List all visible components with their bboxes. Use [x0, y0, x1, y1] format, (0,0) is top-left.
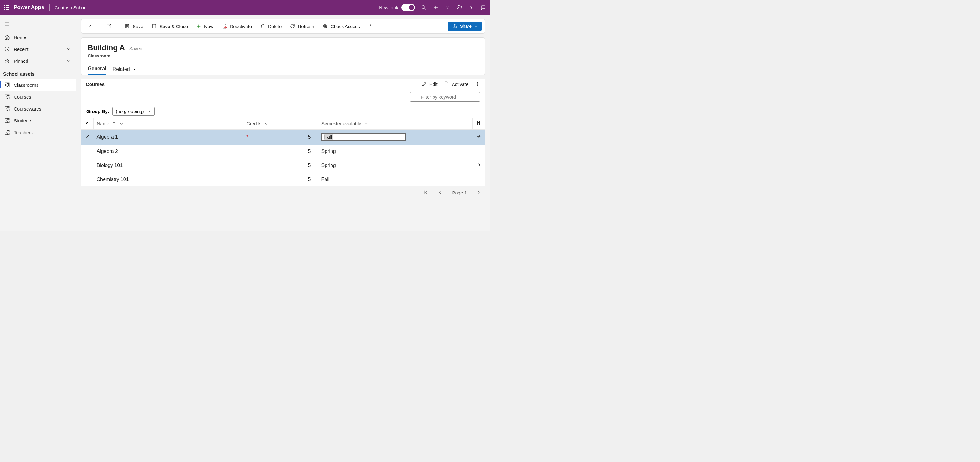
column-name-header[interactable]: Name — [94, 118, 243, 129]
cell-credits[interactable]: 5 — [243, 173, 318, 186]
nav-item-courses[interactable]: Courses — [0, 91, 76, 103]
column-semester-header[interactable]: Semester available — [318, 118, 412, 129]
select-all-header[interactable] — [81, 118, 94, 129]
column-semester-label: Semester available — [321, 121, 361, 126]
nav-recent[interactable]: Recent — [0, 43, 76, 55]
subgrid-activate-button[interactable]: Activate — [444, 81, 468, 87]
more-vertical-icon — [475, 81, 480, 87]
nav-item-label: Students — [14, 118, 32, 123]
cell-semester[interactable]: Spring — [318, 145, 412, 158]
chevron-down-icon — [66, 58, 72, 64]
table-row[interactable]: Algebra 25Spring — [81, 145, 485, 158]
new-button[interactable]: New — [193, 22, 216, 31]
checkmark-icon — [84, 120, 90, 126]
record-entity-name: Classroom — [88, 53, 479, 58]
row-open-button[interactable] — [472, 158, 485, 173]
cell-spacer — [412, 173, 473, 186]
share-button[interactable]: Share — [448, 22, 482, 31]
page-prev-button[interactable] — [438, 190, 443, 196]
nav-pinned[interactable]: Pinned — [0, 55, 76, 67]
activate-icon — [444, 81, 449, 87]
nav-group-title: School assets — [0, 67, 76, 79]
nav-item-students[interactable]: Students — [0, 115, 76, 126]
table-row[interactable]: Biology 1015Spring — [81, 158, 485, 173]
cell-semester[interactable]: Fall — [318, 129, 412, 145]
settings-icon[interactable] — [456, 4, 463, 11]
cell-name[interactable]: Algebra 2 — [94, 145, 243, 158]
cell-semester[interactable]: Fall — [318, 173, 412, 186]
nav-home[interactable]: Home — [0, 31, 76, 43]
courses-grid: Name Credits — [81, 118, 485, 186]
page-next-button[interactable] — [476, 190, 481, 196]
save-close-button[interactable]: Save & Close — [148, 22, 191, 31]
sort-asc-icon — [111, 121, 117, 126]
open-new-window-button[interactable] — [103, 22, 115, 31]
row-select-cell[interactable] — [81, 158, 94, 173]
row-select-cell[interactable] — [81, 145, 94, 158]
arrow-left-icon — [88, 24, 93, 29]
cell-credits[interactable]: 5 — [243, 145, 318, 158]
sidebar-collapse-button[interactable] — [0, 18, 76, 31]
subgrid-activate-label: Activate — [452, 81, 468, 87]
nav-item-coursewares[interactable]: Coursewares — [0, 103, 76, 115]
save-close-icon — [151, 24, 157, 29]
search-icon[interactable] — [421, 4, 427, 11]
row-select-cell[interactable] — [81, 129, 94, 145]
plus-icon — [196, 24, 202, 29]
more-commands-button[interactable] — [365, 21, 377, 32]
check-access-button[interactable]: Check Access — [319, 22, 363, 31]
trash-icon — [260, 24, 266, 29]
subgrid-more-button[interactable] — [475, 81, 480, 87]
svg-point-24 — [477, 84, 478, 84]
filter-icon[interactable] — [444, 4, 451, 11]
svg-point-5 — [471, 9, 471, 9]
page-first-button[interactable] — [423, 190, 429, 196]
svg-point-21 — [371, 25, 371, 26]
column-name-label: Name — [97, 121, 109, 126]
toggle-switch-icon[interactable] — [401, 4, 415, 11]
puzzle-icon — [4, 82, 10, 88]
nav-item-classrooms[interactable]: Classrooms — [0, 79, 76, 91]
groupby-select[interactable]: (no grouping) — [112, 107, 154, 116]
back-button[interactable] — [84, 22, 96, 31]
assistant-icon[interactable] — [480, 4, 486, 11]
brand-label: Power Apps — [14, 4, 44, 11]
home-icon — [4, 34, 10, 40]
deactivate-button[interactable]: Deactivate — [218, 22, 255, 31]
table-row[interactable]: Algebra 1*5Fall — [81, 129, 485, 145]
delete-button[interactable]: Delete — [257, 22, 285, 31]
cell-credits[interactable]: 5 — [243, 158, 318, 173]
add-icon[interactable] — [433, 4, 439, 11]
tab-related-label: Related — [113, 67, 130, 72]
cell-spacer — [412, 145, 473, 158]
filter-keyword-input[interactable] — [410, 92, 480, 102]
cell-semester[interactable]: Spring — [318, 158, 412, 173]
table-row[interactable]: Chemistry 1015Fall — [81, 173, 485, 186]
tab-general[interactable]: General — [88, 64, 107, 75]
cell-name[interactable]: Chemistry 101 — [94, 173, 243, 186]
new-look-toggle[interactable]: New look — [379, 4, 415, 11]
share-label: Share — [460, 24, 472, 29]
app-launcher-icon[interactable] — [4, 5, 9, 10]
row-open-button[interactable] — [472, 129, 485, 145]
cell-name[interactable]: Biology 101 — [94, 158, 243, 173]
semester-edit-input[interactable]: Fall — [321, 133, 406, 141]
tab-related[interactable]: Related — [113, 64, 137, 75]
popout-icon — [106, 24, 112, 29]
save-button[interactable]: Save — [121, 22, 146, 31]
puzzle-icon — [4, 106, 10, 112]
chevron-down-icon — [263, 121, 269, 126]
nav-item-label: Coursewares — [14, 106, 41, 112]
groupby-label: Group By: — [86, 108, 109, 114]
subgrid-edit-label: Edit — [430, 81, 438, 87]
refresh-button[interactable]: Refresh — [286, 22, 317, 31]
subgrid-edit-button[interactable]: Edit — [422, 81, 438, 87]
cell-name[interactable]: Algebra 1 — [94, 129, 243, 145]
cell-credits[interactable]: *5 — [243, 129, 318, 145]
column-credits-header[interactable]: Credits — [243, 118, 318, 129]
column-save-header[interactable] — [472, 118, 485, 129]
help-icon[interactable] — [468, 4, 474, 11]
row-select-cell[interactable] — [81, 173, 94, 186]
nav-home-label: Home — [14, 35, 26, 40]
nav-item-teachers[interactable]: Teachers — [0, 126, 76, 138]
